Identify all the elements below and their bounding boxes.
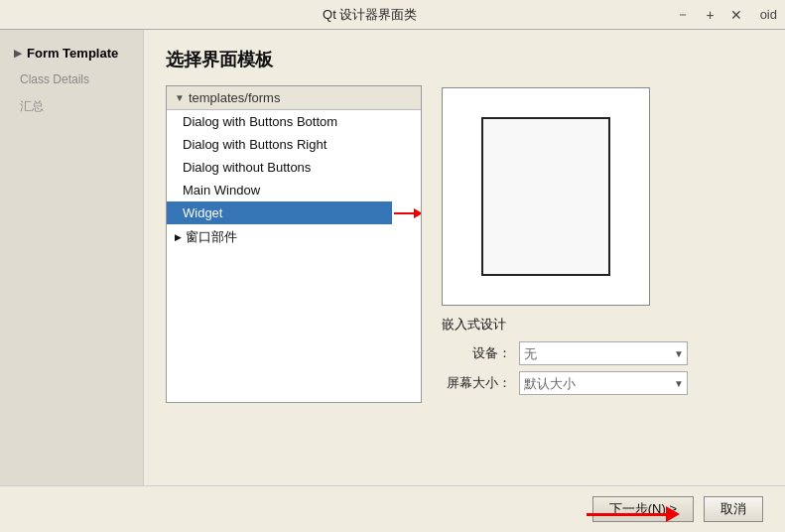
sidebar-arrow-icon: ▶ (14, 48, 22, 59)
dialog-body: ▶ Form Template Class Details 汇总 选择界面模板 … (0, 30, 785, 485)
device-select-wrapper: 无 ▼ (519, 341, 688, 365)
embedded-section: 嵌入式设计 设备： 无 ▼ 屏幕大小： (442, 316, 688, 401)
tree-item-dialog-buttons-right[interactable]: Dialog with Buttons Right (167, 133, 421, 156)
tree-item-main-window[interactable]: Main Window (167, 179, 421, 201)
close-button[interactable]: ✕ (726, 7, 746, 23)
title-bar-controls: － + ✕ oid (672, 6, 777, 24)
tree-header-label: templates/forms (189, 90, 280, 105)
right-panel: 嵌入式设计 设备： 无 ▼ 屏幕大小： (442, 85, 688, 471)
tree-item-dialog-buttons-bottom[interactable]: Dialog with Buttons Bottom (167, 110, 421, 133)
template-preview (442, 87, 650, 306)
device-label: 设备： (442, 344, 511, 362)
minimize-button[interactable]: － (672, 6, 694, 24)
next-button[interactable]: 下一步(N) > (592, 496, 694, 522)
tree-red-arrow-head (414, 208, 421, 218)
device-select[interactable]: 无 (519, 341, 688, 365)
extra-label: oid (760, 7, 777, 22)
sidebar-item-class-details[interactable]: Class Details (0, 66, 143, 92)
tree-item-widget-row: Widget (167, 201, 421, 224)
preview-inner-box (481, 117, 610, 276)
sidebar-item-summary[interactable]: 汇总 (0, 92, 143, 121)
screen-size-label: 屏幕大小： (442, 374, 511, 392)
screen-size-select-wrapper: 默认大小 ▼ (519, 371, 688, 395)
cancel-button[interactable]: 取消 (704, 496, 763, 522)
tree-red-arrow-line (394, 212, 414, 214)
screen-size-row: 屏幕大小： 默认大小 ▼ (442, 371, 688, 395)
tree-subgroup-label: 窗口部件 (186, 228, 237, 246)
tree-collapse-icon: ▼ (175, 92, 185, 103)
tree-subgroup-window-parts[interactable]: ▶ 窗口部件 (167, 224, 421, 250)
tree-header: ▼ templates/forms (167, 86, 421, 110)
title-bar: Qt 设计器界面类 － + ✕ oid (0, 0, 785, 30)
dialog: ▶ Form Template Class Details 汇总 选择界面模板 … (0, 30, 785, 532)
tree-items-list: Dialog with Buttons Bottom Dialog with B… (167, 110, 421, 402)
title-bar-title: Qt 设计器界面类 (67, 6, 672, 24)
tree-item-dialog-no-buttons[interactable]: Dialog without Buttons (167, 156, 421, 179)
wizard-sidebar: ▶ Form Template Class Details 汇总 (0, 30, 144, 485)
tree-item-widget[interactable]: Widget (167, 201, 392, 224)
template-section: ▼ templates/forms Dialog with Buttons Bo… (166, 85, 763, 471)
dialog-footer: 下一步(N) > 取消 (0, 485, 785, 532)
embedded-title: 嵌入式设计 (442, 316, 688, 333)
template-tree: ▼ templates/forms Dialog with Buttons Bo… (166, 85, 422, 403)
page-title: 选择界面模板 (166, 48, 763, 71)
screen-size-select[interactable]: 默认大小 (519, 371, 688, 395)
device-row: 设备： 无 ▼ (442, 341, 688, 365)
maximize-button[interactable]: + (702, 7, 718, 23)
tree-red-arrow (394, 208, 421, 218)
main-content: 选择界面模板 ▼ templates/forms Dialog with But… (144, 30, 785, 485)
tree-subgroup-arrow-icon: ▶ (175, 232, 182, 242)
sidebar-item-form-template[interactable]: ▶ Form Template (0, 40, 143, 66)
